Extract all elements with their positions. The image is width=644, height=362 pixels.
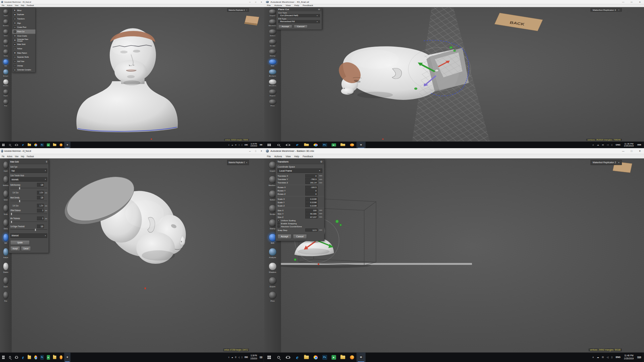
tool-print[interactable]: Print (264, 291, 281, 306)
fill-type-select[interactable]: Remeshed Fill ▼ (278, 20, 320, 23)
edit-menu-item[interactable]: ▤Align (12, 21, 36, 25)
task-view-button[interactable] (283, 353, 293, 362)
menu-file[interactable]: File (265, 155, 272, 158)
edit-menu-item[interactable]: ■Make Solid (12, 42, 36, 47)
edit-menu-item[interactable]: ◯Hollow (12, 47, 36, 51)
edge-icon[interactable]: e (293, 141, 302, 148)
network-icon[interactable]: ⊟ (234, 356, 237, 359)
tool-stamp[interactable]: Stamp (264, 49, 281, 59)
viewport-3d[interactable]: ImportMeshmixSelectSculptStampEditAnalyz… (0, 7, 264, 141)
transform-value-field[interactable]: 56.395 (305, 212, 318, 215)
tool-shaders[interactable]: Shaders (264, 262, 281, 277)
tool-export[interactable]: Export (0, 277, 11, 291)
transform-value-field[interactable]: 0 (305, 189, 318, 192)
tray-chevron-icon[interactable]: ∧ (227, 356, 230, 359)
menu-view[interactable]: View (14, 155, 20, 158)
touch-keyboard-icon[interactable]: ⌨ (258, 356, 264, 359)
search-button[interactable] (7, 141, 13, 148)
tool-shaders[interactable]: Shaders (0, 262, 11, 277)
menu-actions[interactable]: Actions (272, 4, 284, 7)
menu-view[interactable]: View (284, 4, 292, 7)
photoshop-icon[interactable]: Ps (320, 141, 329, 148)
tool-print[interactable]: Print (0, 291, 11, 306)
parameter-value-field[interactable]: 3.054 (37, 191, 44, 195)
media-player-icon[interactable]: ▶ (45, 141, 52, 148)
search-button[interactable] (7, 353, 13, 362)
battery-icon[interactable]: ▯ (610, 356, 614, 359)
onedrive-icon[interactable]: ☁ (595, 356, 600, 359)
minimize-button[interactable]: — (619, 0, 628, 4)
task-view-button[interactable] (13, 353, 20, 362)
menu-feedback[interactable]: Feedback (25, 155, 35, 158)
parameter-slider[interactable] (10, 187, 47, 190)
photoshop-icon[interactable]: Ps (39, 141, 45, 148)
file-explorer-icon[interactable] (26, 353, 33, 362)
touch-keyboard-icon[interactable]: ⌨ (636, 144, 643, 146)
tool-import[interactable]: Import (0, 9, 11, 19)
printer-selector[interactable]: Makerbot Replicator 2 ▼ (591, 8, 622, 12)
tray-chevron-icon[interactable]: ∧ (591, 356, 595, 359)
chrome-icon[interactable] (311, 353, 320, 362)
meshmixer-taskbar-icon[interactable]: M (64, 353, 70, 362)
taskbar-clock[interactable]: 11:38 PM 2/25/2019 (249, 354, 258, 360)
maximize-button[interactable]: □ (627, 0, 636, 4)
tool-edit[interactable]: Edit (264, 59, 281, 69)
meshmixer-taskbar-icon[interactable]: M (357, 353, 366, 362)
edit-menu-item[interactable]: ⊕Transform (12, 17, 36, 21)
edit-menu-item[interactable]: ▢Unwrap (12, 63, 36, 68)
solid-type-select[interactable]: Fast ▼ (10, 169, 47, 173)
slider-handle[interactable] (19, 187, 20, 190)
advanced-expander[interactable]: Advanced ▼ (10, 234, 47, 238)
firefox-icon[interactable] (347, 141, 357, 148)
minimize-button[interactable]: — (247, 148, 253, 154)
edit-menu-item[interactable]: ◫Separate Shells (12, 55, 36, 59)
task-view-button[interactable] (283, 141, 293, 148)
accept-button[interactable]: Accept (10, 246, 20, 251)
slider-handle[interactable] (35, 229, 36, 231)
transform-value-field[interactable]: -795.9 (305, 178, 318, 181)
checkbox-checked[interactable]: ✓ (278, 219, 280, 221)
close-button[interactable]: ✕ (259, 0, 264, 4)
viewport-3d[interactable]: ImportMeshmixSelectSculptStampEditAnalyz… (264, 159, 644, 353)
menu-view[interactable]: View (14, 4, 20, 7)
accept-button[interactable]: Accept (278, 234, 291, 239)
tool-meshmix[interactable]: Meshmix (0, 19, 11, 29)
tool-select[interactable]: Select (0, 29, 11, 39)
menu-actions[interactable]: Actions (6, 155, 14, 158)
tool-export[interactable]: Export (264, 89, 281, 99)
transform-value-field[interactable]: 67.237 (305, 216, 318, 219)
checkbox-row[interactable]: Absolute Coords/Sizes (276, 225, 324, 228)
menu-help[interactable]: Help (292, 155, 301, 158)
firefox-icon[interactable] (58, 141, 64, 148)
start-button[interactable] (0, 141, 7, 148)
tray-chevron-icon[interactable]: ∧ (591, 144, 595, 146)
close-button[interactable]: ✕ (636, 148, 644, 154)
onedrive-icon[interactable]: ☁ (230, 356, 234, 359)
close-button[interactable]: ✕ (636, 0, 644, 4)
viewport-3d[interactable]: BACK (264, 7, 644, 141)
search-button[interactable] (274, 353, 283, 362)
taskbar-clock[interactable]: 11:36 PM 2/25/2019 (622, 143, 635, 147)
edit-menu-item[interactable]: ◧Mirror (12, 8, 36, 13)
onedrive-icon[interactable]: ☁ (230, 144, 234, 146)
file-explorer-icon[interactable] (26, 141, 33, 148)
transform-value-field[interactable]: 0 (305, 192, 318, 195)
touch-keyboard-icon[interactable]: ⌨ (636, 356, 643, 359)
parameter-value-field[interactable]: 0 (37, 209, 44, 213)
folder-icon[interactable] (51, 141, 58, 148)
slider-handle[interactable] (11, 221, 12, 223)
start-button[interactable] (0, 353, 7, 362)
transform-value-field[interactable]: 161.14 (305, 181, 318, 184)
slider-handle[interactable] (11, 213, 12, 216)
photoshop-icon[interactable]: Ps (39, 353, 45, 362)
update-button[interactable]: Update (10, 240, 30, 245)
chrome-icon[interactable] (33, 353, 39, 362)
menu-help[interactable]: Help (19, 155, 25, 158)
onedrive-icon[interactable]: ☁ (595, 144, 600, 146)
tool-export[interactable]: Export (264, 277, 281, 291)
tool-export[interactable]: Export (0, 89, 11, 99)
tool-edit[interactable]: Edit (0, 59, 11, 69)
parameter-slider[interactable] (10, 229, 47, 231)
language-indicator[interactable]: ENG (244, 144, 249, 146)
maximize-button[interactable]: □ (627, 148, 636, 154)
